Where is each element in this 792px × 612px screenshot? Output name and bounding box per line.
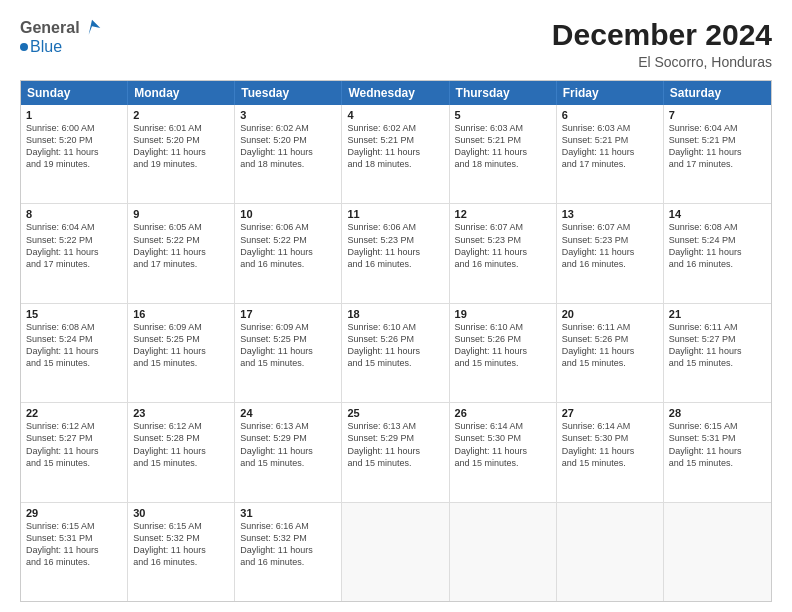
day-number: 8 — [26, 208, 122, 220]
day-info: Sunrise: 6:07 AMSunset: 5:23 PMDaylight:… — [455, 221, 551, 270]
day-info: Sunrise: 6:09 AMSunset: 5:25 PMDaylight:… — [240, 321, 336, 370]
day-number: 13 — [562, 208, 658, 220]
calendar-body: 1Sunrise: 6:00 AMSunset: 5:20 PMDaylight… — [21, 105, 771, 601]
day-info: Sunrise: 6:15 AMSunset: 5:31 PMDaylight:… — [26, 520, 122, 569]
day-info: Sunrise: 6:08 AMSunset: 5:24 PMDaylight:… — [669, 221, 766, 270]
table-row: 22Sunrise: 6:12 AMSunset: 5:27 PMDayligh… — [21, 403, 128, 501]
day-number: 22 — [26, 407, 122, 419]
svg-marker-0 — [88, 20, 100, 35]
table-row: 30Sunrise: 6:15 AMSunset: 5:32 PMDayligh… — [128, 503, 235, 601]
logo-blue: Blue — [30, 38, 62, 56]
table-row: 1Sunrise: 6:00 AMSunset: 5:20 PMDaylight… — [21, 105, 128, 203]
week-row-5: 29Sunrise: 6:15 AMSunset: 5:31 PMDayligh… — [21, 502, 771, 601]
day-info: Sunrise: 6:15 AMSunset: 5:31 PMDaylight:… — [669, 420, 766, 469]
day-number: 31 — [240, 507, 336, 519]
title-section: December 2024 El Socorro, Honduras — [552, 18, 772, 70]
table-row: 6Sunrise: 6:03 AMSunset: 5:21 PMDaylight… — [557, 105, 664, 203]
day-number: 1 — [26, 109, 122, 121]
day-info: Sunrise: 6:16 AMSunset: 5:32 PMDaylight:… — [240, 520, 336, 569]
table-row: 7Sunrise: 6:04 AMSunset: 5:21 PMDaylight… — [664, 105, 771, 203]
week-row-4: 22Sunrise: 6:12 AMSunset: 5:27 PMDayligh… — [21, 402, 771, 501]
logo: General Blue — [20, 18, 102, 56]
day-number: 6 — [562, 109, 658, 121]
day-info: Sunrise: 6:11 AMSunset: 5:27 PMDaylight:… — [669, 321, 766, 370]
day-info: Sunrise: 6:11 AMSunset: 5:26 PMDaylight:… — [562, 321, 658, 370]
day-info: Sunrise: 6:13 AMSunset: 5:29 PMDaylight:… — [240, 420, 336, 469]
table-row — [450, 503, 557, 601]
day-number: 14 — [669, 208, 766, 220]
table-row: 8Sunrise: 6:04 AMSunset: 5:22 PMDaylight… — [21, 204, 128, 302]
day-number: 7 — [669, 109, 766, 121]
day-number: 19 — [455, 308, 551, 320]
day-number: 17 — [240, 308, 336, 320]
header-sunday: Sunday — [21, 81, 128, 105]
table-row: 31Sunrise: 6:16 AMSunset: 5:32 PMDayligh… — [235, 503, 342, 601]
table-row: 5Sunrise: 6:03 AMSunset: 5:21 PMDaylight… — [450, 105, 557, 203]
calendar-header: Sunday Monday Tuesday Wednesday Thursday… — [21, 81, 771, 105]
table-row: 28Sunrise: 6:15 AMSunset: 5:31 PMDayligh… — [664, 403, 771, 501]
day-info: Sunrise: 6:04 AMSunset: 5:21 PMDaylight:… — [669, 122, 766, 171]
logo-icon — [82, 18, 102, 38]
table-row: 26Sunrise: 6:14 AMSunset: 5:30 PMDayligh… — [450, 403, 557, 501]
day-number: 4 — [347, 109, 443, 121]
day-info: Sunrise: 6:09 AMSunset: 5:25 PMDaylight:… — [133, 321, 229, 370]
day-number: 3 — [240, 109, 336, 121]
day-info: Sunrise: 6:01 AMSunset: 5:20 PMDaylight:… — [133, 122, 229, 171]
week-row-1: 1Sunrise: 6:00 AMSunset: 5:20 PMDaylight… — [21, 105, 771, 203]
table-row: 2Sunrise: 6:01 AMSunset: 5:20 PMDaylight… — [128, 105, 235, 203]
table-row: 20Sunrise: 6:11 AMSunset: 5:26 PMDayligh… — [557, 304, 664, 402]
day-info: Sunrise: 6:04 AMSunset: 5:22 PMDaylight:… — [26, 221, 122, 270]
day-number: 30 — [133, 507, 229, 519]
table-row: 15Sunrise: 6:08 AMSunset: 5:24 PMDayligh… — [21, 304, 128, 402]
table-row: 12Sunrise: 6:07 AMSunset: 5:23 PMDayligh… — [450, 204, 557, 302]
day-info: Sunrise: 6:07 AMSunset: 5:23 PMDaylight:… — [562, 221, 658, 270]
day-number: 15 — [26, 308, 122, 320]
day-info: Sunrise: 6:10 AMSunset: 5:26 PMDaylight:… — [347, 321, 443, 370]
day-number: 10 — [240, 208, 336, 220]
day-info: Sunrise: 6:05 AMSunset: 5:22 PMDaylight:… — [133, 221, 229, 270]
table-row: 25Sunrise: 6:13 AMSunset: 5:29 PMDayligh… — [342, 403, 449, 501]
day-info: Sunrise: 6:06 AMSunset: 5:23 PMDaylight:… — [347, 221, 443, 270]
table-row: 24Sunrise: 6:13 AMSunset: 5:29 PMDayligh… — [235, 403, 342, 501]
calendar: Sunday Monday Tuesday Wednesday Thursday… — [20, 80, 772, 602]
day-number: 28 — [669, 407, 766, 419]
day-number: 11 — [347, 208, 443, 220]
day-number: 20 — [562, 308, 658, 320]
day-info: Sunrise: 6:02 AMSunset: 5:20 PMDaylight:… — [240, 122, 336, 171]
header-wednesday: Wednesday — [342, 81, 449, 105]
page: General Blue December 2024 El Socorro, H… — [0, 0, 792, 612]
day-info: Sunrise: 6:02 AMSunset: 5:21 PMDaylight:… — [347, 122, 443, 171]
table-row: 17Sunrise: 6:09 AMSunset: 5:25 PMDayligh… — [235, 304, 342, 402]
table-row: 10Sunrise: 6:06 AMSunset: 5:22 PMDayligh… — [235, 204, 342, 302]
week-row-3: 15Sunrise: 6:08 AMSunset: 5:24 PMDayligh… — [21, 303, 771, 402]
day-info: Sunrise: 6:03 AMSunset: 5:21 PMDaylight:… — [562, 122, 658, 171]
table-row — [664, 503, 771, 601]
day-info: Sunrise: 6:08 AMSunset: 5:24 PMDaylight:… — [26, 321, 122, 370]
table-row — [557, 503, 664, 601]
table-row: 18Sunrise: 6:10 AMSunset: 5:26 PMDayligh… — [342, 304, 449, 402]
header-tuesday: Tuesday — [235, 81, 342, 105]
table-row: 16Sunrise: 6:09 AMSunset: 5:25 PMDayligh… — [128, 304, 235, 402]
day-info: Sunrise: 6:14 AMSunset: 5:30 PMDaylight:… — [455, 420, 551, 469]
day-number: 25 — [347, 407, 443, 419]
table-row: 13Sunrise: 6:07 AMSunset: 5:23 PMDayligh… — [557, 204, 664, 302]
table-row: 21Sunrise: 6:11 AMSunset: 5:27 PMDayligh… — [664, 304, 771, 402]
day-info: Sunrise: 6:06 AMSunset: 5:22 PMDaylight:… — [240, 221, 336, 270]
day-number: 9 — [133, 208, 229, 220]
header-thursday: Thursday — [450, 81, 557, 105]
location: El Socorro, Honduras — [552, 54, 772, 70]
table-row: 14Sunrise: 6:08 AMSunset: 5:24 PMDayligh… — [664, 204, 771, 302]
table-row: 11Sunrise: 6:06 AMSunset: 5:23 PMDayligh… — [342, 204, 449, 302]
day-info: Sunrise: 6:14 AMSunset: 5:30 PMDaylight:… — [562, 420, 658, 469]
day-info: Sunrise: 6:00 AMSunset: 5:20 PMDaylight:… — [26, 122, 122, 171]
day-number: 12 — [455, 208, 551, 220]
table-row: 27Sunrise: 6:14 AMSunset: 5:30 PMDayligh… — [557, 403, 664, 501]
day-number: 24 — [240, 407, 336, 419]
table-row: 19Sunrise: 6:10 AMSunset: 5:26 PMDayligh… — [450, 304, 557, 402]
logo-general: General — [20, 19, 80, 37]
day-info: Sunrise: 6:13 AMSunset: 5:29 PMDaylight:… — [347, 420, 443, 469]
table-row: 3Sunrise: 6:02 AMSunset: 5:20 PMDaylight… — [235, 105, 342, 203]
day-number: 26 — [455, 407, 551, 419]
table-row: 9Sunrise: 6:05 AMSunset: 5:22 PMDaylight… — [128, 204, 235, 302]
day-number: 27 — [562, 407, 658, 419]
